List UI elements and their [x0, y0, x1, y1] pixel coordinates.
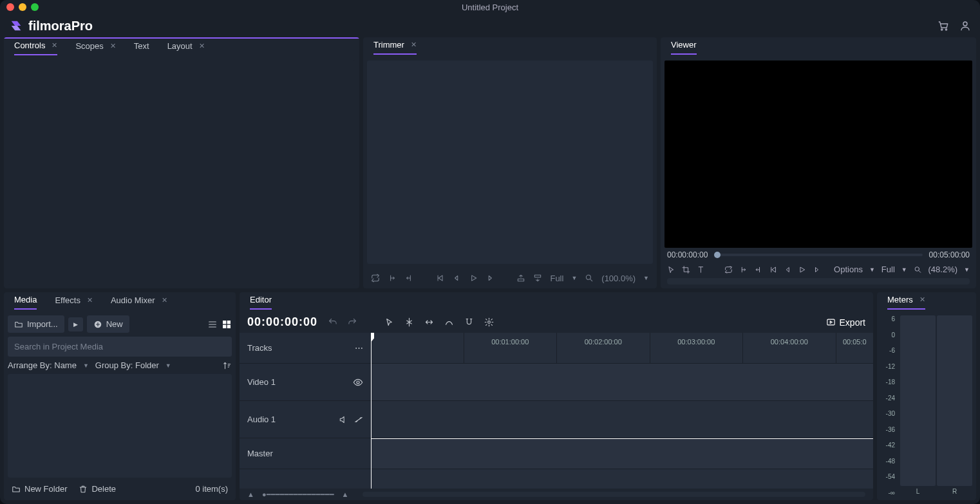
overwrite-icon[interactable]	[533, 274, 542, 283]
media-panel: Media Effects✕ Audio Mixer✕ Import... ▶ …	[4, 292, 236, 500]
delete-button[interactable]: Delete	[79, 484, 116, 494]
svg-rect-6	[223, 321, 226, 324]
grid-view-icon[interactable]	[221, 319, 232, 330]
user-icon[interactable]	[959, 20, 971, 32]
zoom-in-icon[interactable]: ▲	[342, 490, 349, 498]
tab-label: Layout	[167, 41, 193, 51]
insert-icon[interactable]	[516, 274, 525, 283]
slice-tool-icon[interactable]	[404, 317, 414, 327]
tab-text[interactable]: Text	[134, 41, 149, 55]
editor-timecode[interactable]: 00:00:00:00	[247, 315, 317, 329]
svg-rect-9	[227, 324, 231, 328]
close-icon[interactable]: ✕	[411, 41, 417, 49]
controls-panel: Controls ✕ Scopes ✕ Text Layout ✕	[4, 37, 359, 288]
go-start-icon[interactable]	[769, 265, 777, 274]
media-bin[interactable]	[8, 374, 232, 478]
track-row[interactable]: Audio 1	[240, 401, 371, 438]
track-row[interactable]: Video 1	[240, 364, 371, 401]
rate-stretch-icon[interactable]	[444, 317, 454, 327]
tab-editor[interactable]: Editor	[250, 295, 272, 310]
search-input[interactable]: Search in Project Media	[8, 337, 232, 357]
timeline-scrollbar[interactable]	[363, 492, 865, 497]
snap-icon[interactable]	[464, 317, 474, 327]
plus-icon	[93, 320, 102, 329]
close-icon[interactable]: ✕	[110, 42, 116, 50]
import-button[interactable]: Import...	[8, 315, 64, 333]
close-icon[interactable]: ✕	[199, 42, 205, 50]
mark-in-icon[interactable]	[739, 265, 748, 274]
tab-label: Scopes	[75, 41, 103, 51]
list-view-icon[interactable]	[207, 319, 218, 330]
svg-rect-11	[827, 319, 834, 325]
viewer-scrollbar[interactable]	[667, 278, 970, 285]
import-dropdown[interactable]: ▶	[68, 317, 83, 331]
titlebar: Untitled Project	[0, 0, 980, 14]
export-button[interactable]: Export	[826, 317, 865, 328]
mark-out-icon[interactable]	[754, 265, 762, 274]
mark-out-icon[interactable]	[404, 274, 413, 283]
tab-meters[interactable]: Meters✕	[887, 295, 925, 310]
viewer-scrubber[interactable]	[714, 254, 922, 256]
track-row[interactable]: Master	[240, 438, 371, 469]
tab-layout[interactable]: Layout ✕	[167, 41, 205, 55]
step-back-icon[interactable]	[784, 265, 792, 274]
eye-icon[interactable]	[353, 377, 363, 387]
viewer-options-select[interactable]: Options	[834, 265, 863, 274]
track-name: Video 1	[247, 377, 276, 387]
cart-icon[interactable]	[938, 20, 949, 32]
close-icon[interactable]: ✕	[87, 296, 93, 304]
text-tool-icon[interactable]	[697, 265, 705, 274]
play-icon[interactable]	[798, 265, 806, 274]
cursor-icon[interactable]	[667, 265, 675, 274]
tab-effects[interactable]: Effects✕	[55, 295, 93, 309]
play-icon[interactable]	[469, 274, 478, 283]
timeline-ruler[interactable]: 00:01:00:00 00:02:00:00 00:03:00:00 00:0…	[371, 333, 873, 364]
new-folder-button[interactable]: New Folder	[12, 484, 67, 494]
zoom-out-icon[interactable]: ▲	[247, 490, 254, 498]
timeline-playhead[interactable]	[371, 333, 372, 489]
viewer-canvas[interactable]	[664, 61, 972, 248]
close-icon[interactable]: ✕	[162, 296, 167, 304]
svg-rect-8	[223, 324, 226, 328]
undo-icon[interactable]	[328, 317, 337, 327]
tracks-menu-icon[interactable]: ⋯	[355, 343, 363, 353]
tab-audio-mixer[interactable]: Audio Mixer✕	[111, 295, 167, 309]
step-forward-icon[interactable]	[485, 274, 495, 283]
timeline-zoom-slider[interactable]: ●━━━━━━━━━━━━━━━	[262, 490, 334, 499]
slip-tool-icon[interactable]	[424, 317, 434, 327]
track-headers: Tracks ⋯ Video 1 Audio 1	[240, 333, 371, 489]
settings-icon[interactable]	[484, 317, 494, 327]
tracks-header: Tracks ⋯	[240, 333, 371, 364]
tab-label: Media	[14, 295, 37, 304]
tab-media[interactable]: Media	[14, 295, 37, 310]
timeline-area[interactable]: 00:01:00:00 00:02:00:00 00:03:00:00 00:0…	[371, 333, 873, 489]
new-button[interactable]: New	[87, 315, 129, 333]
trimmer-zoom: (100.0%)	[601, 274, 636, 283]
tab-scopes[interactable]: Scopes ✕	[75, 41, 115, 55]
svg-rect-7	[227, 321, 231, 324]
close-icon[interactable]: ✕	[52, 41, 57, 50]
tab-label: Text	[134, 41, 149, 51]
viewer-quality-select[interactable]: Full	[881, 265, 895, 274]
tab-trimmer[interactable]: Trimmer ✕	[373, 40, 417, 55]
sort-icon[interactable]	[223, 361, 232, 370]
selection-tool-icon[interactable]	[384, 317, 394, 327]
tab-label: Effects	[55, 295, 80, 305]
step-back-icon[interactable]	[452, 274, 461, 283]
group-by-select[interactable]: Group By: Folder	[95, 360, 159, 370]
redo-icon[interactable]	[348, 317, 357, 327]
prev-frame-icon[interactable]	[435, 274, 444, 283]
tab-controls[interactable]: Controls ✕	[14, 41, 57, 55]
speaker-icon[interactable]	[339, 415, 348, 424]
tab-viewer[interactable]: Viewer	[671, 40, 697, 55]
trimmer-quality-select[interactable]: Full	[550, 274, 563, 283]
loop-icon[interactable]	[724, 265, 733, 274]
loop-icon[interactable]	[371, 274, 380, 283]
step-forward-icon[interactable]	[813, 265, 821, 274]
arrange-by-select[interactable]: Arrange By: Name	[8, 360, 77, 370]
automation-icon[interactable]	[354, 415, 363, 424]
tab-label: Controls	[14, 41, 45, 50]
mark-in-icon[interactable]	[388, 274, 397, 283]
crop-icon[interactable]	[682, 265, 690, 274]
close-icon[interactable]: ✕	[919, 295, 925, 304]
